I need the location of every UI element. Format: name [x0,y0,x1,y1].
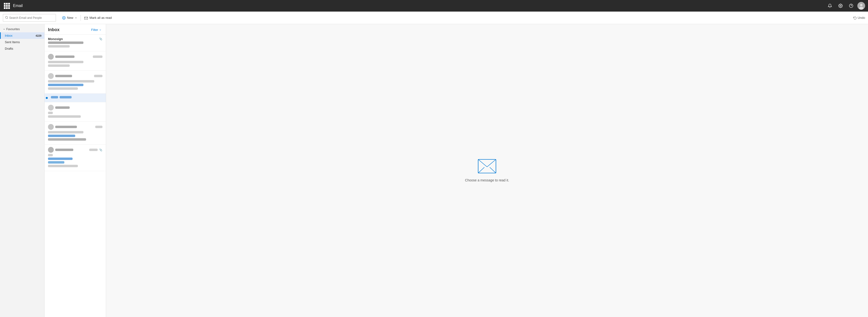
email-list-panel: Inbox Filter Monosign 📎 [44,24,106,317]
svg-line-7 [7,18,8,19]
empty-state-text: Choose a message to read it. [465,178,509,182]
favourites-label: Favourites [6,28,20,31]
new-icon [62,16,66,20]
mark-all-read-button[interactable]: Mark all as read [82,13,114,22]
email-preview-blur [48,45,70,48]
search-box[interactable] [3,14,56,22]
svg-line-14 [487,160,496,167]
list-item[interactable] [44,51,106,71]
envelope-icon [477,159,497,174]
toolbar-divider [81,15,81,21]
new-dropdown-icon [75,17,77,19]
reading-pane: Choose a message to read it. [106,24,868,317]
email-sender: Monosign [48,37,63,41]
chevron-down-icon [3,28,5,30]
undo-icon [853,16,857,20]
waffle-icon [4,3,10,9]
email-list-header: Inbox Filter [44,24,106,35]
search-icon [5,16,8,20]
bell-icon [828,4,832,8]
email-list-scroll[interactable]: Monosign 📎 [44,35,106,317]
list-item[interactable]: 📎 [44,145,106,171]
app-bar-icons [826,1,865,10]
filter-chevron-icon [99,29,101,31]
help-button[interactable] [847,1,856,10]
email-subject-blur [48,41,84,44]
sidebar-item-inbox[interactable]: Inbox 4229 [0,32,44,39]
gear-icon [838,4,843,8]
svg-line-13 [478,160,487,167]
settings-button[interactable] [836,1,845,10]
search-input[interactable] [9,16,54,20]
avatar-icon [858,2,865,10]
empty-state: Choose a message to read it. [465,159,509,182]
sidebar-item-drafts[interactable]: Drafts [0,45,44,52]
app-bar: Email [0,0,868,11]
svg-point-6 [5,16,8,18]
filter-button[interactable]: Filter [90,27,102,33]
list-item[interactable] [44,102,106,122]
sent-items-label: Sent Items [5,40,20,44]
inbox-title: Inbox [48,27,90,32]
drafts-label: Drafts [5,47,13,51]
mark-read-icon [84,16,88,20]
app-title: Email [13,4,826,8]
attachment-icon: 📎 [99,37,102,40]
toolbar: New Mark all as read Undo [0,11,868,24]
avatar[interactable] [858,2,865,10]
undo-button[interactable]: Undo [853,16,865,20]
svg-line-16 [490,167,496,173]
new-button[interactable]: New [60,13,80,22]
help-icon [849,4,853,8]
svg-point-5 [859,7,863,10]
list-item[interactable] [44,94,106,102]
svg-point-4 [860,4,863,6]
list-item[interactable] [44,122,106,145]
list-item[interactable] [44,71,106,94]
sidebar: Favourites Inbox 4229 Sent Items Drafts [0,24,44,317]
list-item[interactable]: Monosign 📎 [44,35,106,51]
svg-line-15 [478,167,485,173]
sidebar-item-sent-items[interactable]: Sent Items [0,39,44,45]
waffle-button[interactable] [3,2,10,10]
notification-bell-button[interactable] [826,1,834,10]
svg-point-0 [840,5,841,6]
favourites-section-header[interactable]: Favourites [0,26,44,32]
inbox-badge: 4229 [36,34,41,37]
unread-indicator [46,97,48,99]
main-layout: Favourites Inbox 4229 Sent Items Drafts … [0,24,868,317]
inbox-label: Inbox [5,34,12,37]
